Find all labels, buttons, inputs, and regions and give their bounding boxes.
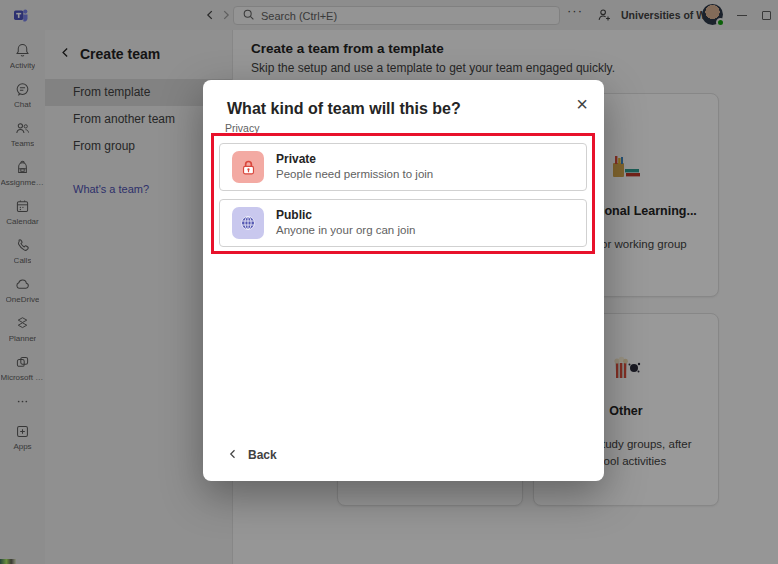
back-label: Back: [248, 448, 277, 462]
back-chevron-icon: [227, 446, 239, 464]
dialog-title: What kind of team will this be?: [227, 100, 461, 118]
back-button[interactable]: Back: [227, 446, 277, 464]
desktop-corner-artifact: [0, 559, 16, 564]
close-icon[interactable]: ×: [576, 94, 588, 114]
annotation-red-box: [211, 133, 595, 254]
teams-window: ··· Universities of Wi... Activity Chat …: [0, 0, 778, 564]
